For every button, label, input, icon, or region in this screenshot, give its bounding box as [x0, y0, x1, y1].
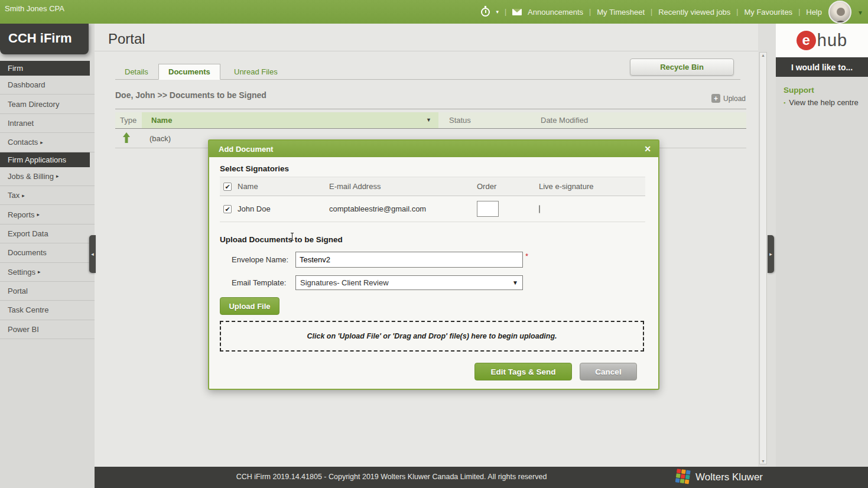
wolters-kluwer-text: Wolters Kluwer [695, 471, 763, 483]
sidebar-item-export-data[interactable]: Export Data [0, 225, 95, 243]
select-all-checkbox[interactable]: ✔ [223, 183, 232, 191]
menu-my-timesheet[interactable]: My Timesheet [597, 8, 645, 17]
scroll-down-icon[interactable]: ▼ [760, 459, 766, 463]
column-date-modified[interactable]: Date Modified [541, 116, 588, 125]
email-template-select[interactable]: Signatures- Client Review ▼ [295, 275, 523, 290]
view-help-centre-link[interactable]: ▪ View the help centre [784, 98, 868, 107]
collapse-right-icon: ▸ [769, 251, 772, 257]
back-row-label: (back) [149, 134, 171, 143]
sidebar-item-portal[interactable]: Portal [0, 282, 95, 301]
sidebar-item-documents[interactable]: Documents [0, 243, 95, 262]
upload-documents-heading-text: Upload Documents to be Signed [220, 235, 343, 244]
menu-my-favourites[interactable]: My Favourites [744, 8, 792, 17]
signatories-col-email: E-mail Address [329, 182, 477, 191]
person-icon [830, 4, 851, 24]
sort-dropdown-icon[interactable]: ▼ [426, 117, 431, 123]
sidebar-item-jobs-billing[interactable]: Jobs & Billing▸ [0, 167, 95, 186]
section-header-firm: Firm [0, 61, 90, 76]
sidebar-item-power-bi[interactable]: Power BI [0, 320, 95, 339]
upload-plus-icon: + [711, 94, 720, 103]
menu-separator: | [651, 8, 652, 16]
menu-announcements[interactable]: Announcements [528, 8, 583, 17]
i-would-like-to-button[interactable]: I would like to... [776, 57, 868, 77]
signatory-row: ✔ John Doe comptableestrie@gmail.com [220, 196, 645, 222]
collapse-left-sidebar-handle[interactable]: ◂ [89, 235, 96, 273]
envelope-name-input[interactable] [295, 252, 523, 268]
tab-unread-files[interactable]: Unread Files [225, 64, 287, 80]
signatories-col-order: Order [477, 182, 539, 191]
sidebar-item-label: Intranet [8, 119, 34, 128]
timer-dropdown-icon[interactable]: ▾ [496, 9, 499, 15]
collapse-left-icon: ◂ [91, 251, 94, 257]
signatories-table-header: ✔ Name E-mail Address Order Live e-signa… [220, 177, 645, 196]
cancel-button[interactable]: Cancel [580, 363, 637, 380]
signatories-col-name: Name [238, 182, 329, 191]
sidebar-item-label: Task Centre [8, 305, 48, 314]
tab-details[interactable]: Details [115, 64, 158, 80]
left-sidebar: CCH iFirm Firm Dashboard Team Directory … [0, 24, 95, 488]
sidebar-item-label: Documents [8, 248, 47, 257]
vertical-scrollbar[interactable]: ▲ ▼ [759, 52, 767, 464]
upload-file-button[interactable]: Upload File [220, 297, 279, 315]
ehub-hub-text: hub [817, 31, 847, 50]
collapse-right-sidebar-handle[interactable]: ▸ [768, 235, 774, 273]
edit-tags-send-button[interactable]: Edit Tags & Send [474, 363, 572, 380]
menu-help[interactable]: Help [806, 8, 822, 17]
timer-icon[interactable] [481, 8, 490, 17]
user-avatar[interactable] [828, 1, 851, 24]
page-title: Portal [108, 31, 145, 47]
envelope-name-label: Envelope Name: [232, 255, 295, 264]
menu-separator: | [736, 8, 738, 16]
view-help-centre-label: View the help centre [789, 98, 859, 107]
live-esignature-checkbox[interactable] [539, 205, 540, 213]
header-divider [95, 51, 758, 51]
signatories-col-live-esignature: Live e-signature [539, 182, 639, 191]
menu-separator: | [505, 8, 506, 16]
sidebar-item-settings[interactable]: Settings▸ [0, 263, 95, 282]
column-status[interactable]: Status [449, 116, 471, 125]
menu-recently-viewed-jobs[interactable]: Recently viewed jobs [658, 8, 730, 17]
close-icon[interactable]: ✕ [644, 144, 651, 154]
menu-separator: | [798, 8, 800, 16]
support-heading: Support [784, 86, 868, 95]
signatory-checkbox[interactable]: ✔ [223, 205, 232, 213]
sidebar-item-task-centre[interactable]: Task Centre [0, 301, 95, 320]
sidebar-item-label: Contacts [8, 138, 38, 147]
sidebar-item-dashboard[interactable]: Dashboard [0, 76, 95, 95]
recycle-bin-button[interactable]: Recycle Bin [630, 58, 734, 76]
upload-button[interactable]: + Upload [711, 94, 746, 103]
sidebar-item-tax[interactable]: Tax▸ [0, 186, 95, 205]
wolters-kluwer-brand: Wolters Kluwer [676, 470, 763, 485]
drag-drop-zone[interactable]: Click on 'Upload File' or 'Drag and Drop… [220, 321, 644, 352]
scroll-up-icon[interactable]: ▲ [760, 53, 766, 57]
sidebar-item-label: Portal [8, 287, 28, 295]
modal-header: Add Document ✕ [209, 141, 658, 157]
wolters-kluwer-logo-icon [675, 469, 692, 486]
company-name: Smith Jones CPA [5, 4, 64, 13]
sidebar-item-team-directory[interactable]: Team Directory [0, 95, 95, 113]
ehub-e-icon: e [797, 31, 816, 50]
sidebar-item-reports[interactable]: Reports▸ [0, 205, 95, 224]
column-name: Name [151, 116, 172, 125]
sidebar-item-intranet[interactable]: Intranet [0, 114, 95, 133]
tab-documents[interactable]: Documents [158, 64, 220, 80]
top-menu: ▾ | Announcements | My Timesheet | Recen… [481, 0, 822, 24]
ehub-logo: e hub [776, 24, 868, 57]
documents-table-header: Type Name ▼ Status Date Modified [115, 112, 746, 129]
order-input[interactable] [477, 201, 499, 217]
app-logo[interactable]: CCH iFirm [0, 22, 89, 54]
footer: CCH iFirm 2019.14.41805 - Copyright 2019… [95, 467, 868, 488]
column-name-cell[interactable]: Name ▼ [142, 112, 438, 128]
sidebar-item-label: Dashboard [8, 80, 45, 89]
right-sidebar: e hub I would like to... Support ▪ View … [776, 24, 868, 467]
announcements-icon[interactable] [512, 9, 522, 15]
add-document-modal: Add Document ✕ Select Signatories ✔ Name… [208, 139, 659, 390]
section-header-firm-applications: Firm Applications [0, 152, 90, 167]
sidebar-item-label: Power BI [8, 325, 39, 334]
modal-title: Add Document [219, 145, 273, 154]
column-type[interactable]: Type [120, 116, 136, 125]
submenu-arrow-icon: ▸ [37, 212, 40, 217]
avatar-dropdown-icon[interactable]: ▼ [857, 9, 863, 16]
breadcrumb: Doe, John >> Documents to be Signed [115, 90, 266, 100]
sidebar-item-contacts[interactable]: Contacts▸ [0, 133, 95, 152]
